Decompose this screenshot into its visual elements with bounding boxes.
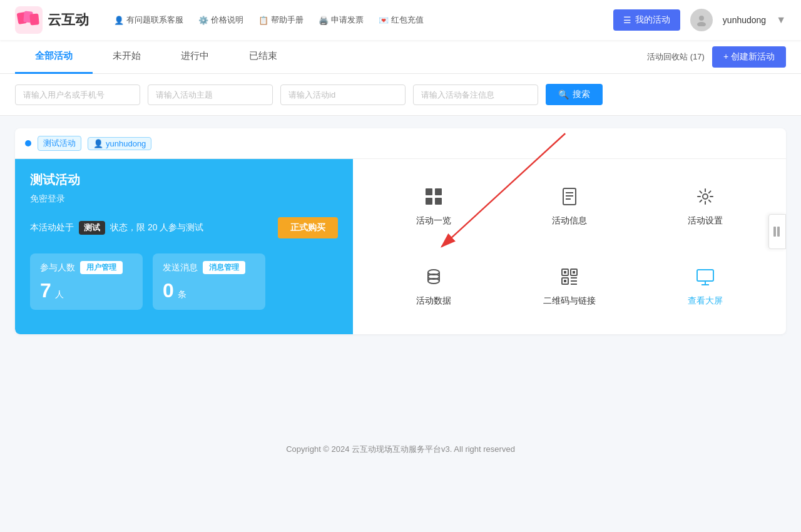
nav-invoice[interactable]: 🖨️ 申请发票 <box>319 14 364 26</box>
main-content: 测试活动 👤 yunhudong 测试活动 免密登录 本活动处于 测试 状态，限… <box>0 116 801 429</box>
message-stat-card: 发送消息 消息管理 0 条 <box>153 253 265 310</box>
tabs-bar: 全部活动 未开始 进行中 已结束 活动回收站 (17) + 创建新活动 <box>0 40 801 74</box>
activity-status-row: 本活动处于 测试 状态，限 20 人参与测试 正式购买 <box>30 217 338 238</box>
my-activities-button[interactable]: ☰ 我的活动 <box>613 9 680 31</box>
svg-rect-24 <box>573 271 575 274</box>
stats-row: 参与人数 用户管理 7 人 发送消息 <box>30 253 338 310</box>
action-qrcode[interactable]: 二维码与链接 <box>504 257 635 317</box>
nav-price[interactable]: ⚙️ 价格说明 <box>198 14 243 26</box>
footer: Copyright © 2024 云互动现场互动服务平台v3. All righ… <box>0 429 801 470</box>
tabs-left: 全部活动 未开始 进行中 已结束 <box>15 40 647 73</box>
action-label-list: 活动一览 <box>416 215 451 227</box>
tabs-right: 活动回收站 (17) + 创建新活动 <box>647 46 786 68</box>
buy-button[interactable]: 正式购买 <box>278 217 338 238</box>
contact-icon: 👤 <box>114 16 124 25</box>
search-bar: 🔍 搜索 <box>0 74 801 116</box>
svg-rect-11 <box>435 198 442 205</box>
message-management-button[interactable]: 消息管理 <box>203 261 245 274</box>
stat1-header: 参与人数 用户管理 <box>40 261 133 274</box>
tab-in-progress[interactable]: 进行中 <box>161 40 229 74</box>
action-activity-settings[interactable]: 活动设置 <box>640 177 771 237</box>
search-icon: 🔍 <box>558 90 569 100</box>
svg-rect-3 <box>29 13 39 25</box>
activity-free-login: 免密登录 <box>30 193 338 205</box>
invoice-icon: 🖨️ <box>319 16 329 25</box>
header-nav: 👤 有问题联系客服 ⚙️ 价格说明 📋 帮助手册 🖨️ 申请发票 💌 红包充值 <box>114 14 613 26</box>
tab-all-activities[interactable]: 全部活动 <box>15 40 93 74</box>
status-dot <box>25 140 31 146</box>
sidebar-toggle-button[interactable] <box>768 214 786 249</box>
action-activity-info[interactable]: 活动信息 <box>504 177 635 237</box>
search-note-input[interactable] <box>413 84 538 105</box>
svg-rect-23 <box>564 271 566 274</box>
qrcode-icon <box>560 267 579 290</box>
activity-section: 测试活动 👤 yunhudong 测试活动 免密登录 本活动处于 测试 状态，限… <box>15 128 786 334</box>
username[interactable]: yunhudong <box>723 15 766 25</box>
price-icon: ⚙️ <box>198 16 208 25</box>
activity-status-suffix: 状态，限 20 人参与测试 <box>110 222 203 233</box>
activity-body: 测试活动 免密登录 本活动处于 测试 状态，限 20 人参与测试 正式购买 参与… <box>15 159 786 334</box>
action-label-info: 活动信息 <box>552 215 587 227</box>
svg-rect-10 <box>426 198 432 205</box>
search-username-input[interactable] <box>15 84 140 105</box>
user-management-button[interactable]: 用户管理 <box>80 261 123 274</box>
user-tag[interactable]: 👤 yunhudong <box>88 137 151 150</box>
svg-rect-25 <box>564 280 566 282</box>
user-icon: 👤 <box>93 139 103 148</box>
action-large-screen[interactable]: 查看大屏 <box>640 257 771 317</box>
nav-contact[interactable]: 👤 有问题联系客服 <box>114 14 183 26</box>
logo[interactable]: 云互动 <box>15 6 89 34</box>
dropdown-arrow-icon[interactable]: ▼ <box>776 14 786 26</box>
activity-tag[interactable]: 测试活动 <box>38 136 81 151</box>
activity-left-panel: 测试活动 免密登录 本活动处于 测试 状态，限 20 人参与测试 正式购买 参与… <box>15 159 353 334</box>
svg-rect-32 <box>773 227 776 237</box>
list-icon: ☰ <box>623 15 631 25</box>
stat1-unit: 人 <box>55 289 64 299</box>
message-count: 0 <box>163 279 174 302</box>
svg-point-4 <box>699 16 704 21</box>
settings-icon <box>696 187 715 210</box>
document-icon <box>560 187 579 210</box>
avatar <box>690 9 713 31</box>
svg-rect-9 <box>435 188 442 195</box>
svg-rect-29 <box>697 270 713 281</box>
create-activity-button[interactable]: + 创建新活动 <box>712 46 786 68</box>
grid-icon <box>424 187 443 210</box>
header: 云互动 👤 有问题联系客服 ⚙️ 价格说明 📋 帮助手册 🖨️ 申请发票 💌 红… <box>0 0 801 40</box>
stat1-label: 参与人数 <box>40 262 75 274</box>
action-label-settings: 活动设置 <box>688 215 723 227</box>
action-activity-list[interactable]: 活动一览 <box>368 177 499 237</box>
stat1-value-row: 7 人 <box>40 279 133 302</box>
recharge-icon: 💌 <box>379 16 389 25</box>
header-right: ☰ 我的活动 yunhudong ▼ <box>613 9 786 31</box>
svg-rect-8 <box>426 188 432 195</box>
recycle-bin-button[interactable]: 活动回收站 (17) <box>647 51 705 63</box>
action-label-qrcode: 二维码与链接 <box>543 295 596 307</box>
svg-rect-33 <box>777 227 780 237</box>
search-theme-input[interactable] <box>148 84 273 105</box>
svg-point-16 <box>703 194 708 199</box>
svg-point-5 <box>697 22 706 26</box>
action-label-screen: 查看大屏 <box>688 295 723 307</box>
stat2-unit: 条 <box>178 289 186 299</box>
help-icon: 📋 <box>258 16 268 25</box>
nav-help[interactable]: 📋 帮助手册 <box>258 14 304 26</box>
search-id-input[interactable] <box>280 84 406 105</box>
activity-status-text: 本活动处于 <box>30 222 74 233</box>
activity-right-panel: 活动一览 活动信息 活动设置 <box>353 159 786 334</box>
participant-stat-card: 参与人数 用户管理 7 人 <box>30 253 143 310</box>
screen-icon <box>696 267 715 290</box>
stat2-value-row: 0 条 <box>163 279 255 302</box>
nav-recharge[interactable]: 💌 红包充值 <box>379 14 424 26</box>
activity-name: 测试活动 <box>30 171 338 188</box>
action-activity-data[interactable]: 活动数据 <box>368 257 499 317</box>
search-button[interactable]: 🔍 搜索 <box>546 84 603 105</box>
status-badge: 测试 <box>79 221 105 235</box>
database-icon <box>424 267 443 290</box>
action-label-data: 活动数据 <box>416 295 451 307</box>
activity-header-row: 测试活动 👤 yunhudong <box>15 128 786 159</box>
stat2-header: 发送消息 消息管理 <box>163 261 255 274</box>
tab-ended[interactable]: 已结束 <box>229 40 297 74</box>
footer-text: Copyright © 2024 云互动现场互动服务平台v3. All righ… <box>286 444 515 454</box>
tab-not-started[interactable]: 未开始 <box>93 40 161 74</box>
